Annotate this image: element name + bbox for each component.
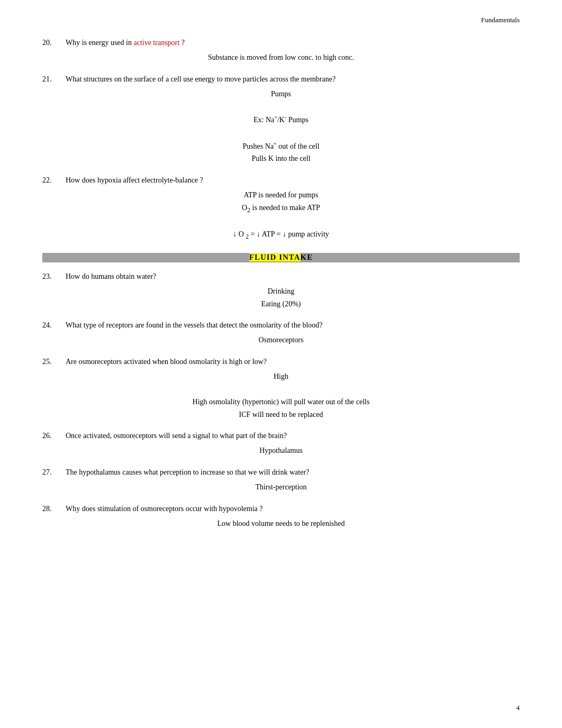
question-21-answer: Pumps Ex: Na+/K- Pumps Pushes Na+ out of… [42,88,520,165]
question-27-line: 27. The hypothalamus causes what percept… [42,467,520,478]
question-21-number: 21. [42,75,62,84]
question-20-number: 20. [42,39,62,47]
question-27: 27. The hypothalamus causes what percept… [42,467,520,494]
question-23-line: 23. How do humans obtain water? [42,271,520,282]
question-23-answer: Drinking Eating (20%) [42,285,520,311]
question-22-answer: ATP is needed for pumps O2 is needed to … [42,189,520,242]
question-28-line: 28. Why does stimulation of osmoreceptor… [42,503,520,514]
question-26: 26. Once activated, osmoreceptors will s… [42,430,520,457]
question-25: 25. Are osmoreceptors activated when blo… [42,356,520,421]
question-22-line: 22. How does hypoxia affect electrolyte-… [42,175,520,186]
question-26-text: Once activated, osmoreceptors will send … [66,430,287,441]
question-21-text: What structures on the surface of a cell… [66,74,336,85]
question-27-text: The hypothalamus causes what perception … [66,467,309,478]
page-number: 4 [516,704,520,712]
question-25-number: 25. [42,358,62,366]
page-header: Fundamentals [481,16,520,24]
question-23-text: How do humans obtain water? [66,271,156,282]
question-27-answer: Thirst-perception [42,481,520,494]
question-28-text: Why does stimulation of osmoreceptors oc… [66,503,262,514]
question-25-answer: High High osmolality (hypertonic) will p… [42,370,520,421]
question-24-text: What type of receptors are found in the … [66,320,323,331]
header-title: Fundamentals [481,16,520,24]
question-26-answer: Hypothalamus [42,444,520,457]
question-23: 23. How do humans obtain water? Drinking… [42,271,520,311]
question-28-answer: Low blood volume needs to be replenished [42,517,520,530]
question-22-text: How does hypoxia affect electrolyte-bala… [66,175,203,186]
question-24-number: 24. [42,321,62,330]
question-20-line: 20. Why is energy used in active transpo… [42,37,520,48]
question-26-number: 26. [42,432,62,440]
question-20-answer: Substance is moved from low conc. to hig… [42,51,520,64]
question-28: 28. Why does stimulation of osmoreceptor… [42,503,520,530]
question-28-number: 28. [42,505,62,513]
question-21: 21. What structures on the surface of a … [42,74,520,165]
question-20-text: Why is energy used in active transport ? [66,37,185,48]
question-21-line: 21. What structures on the surface of a … [42,74,520,85]
question-26-line: 26. Once activated, osmoreceptors will s… [42,430,520,441]
question-27-number: 27. [42,468,62,477]
question-20: 20. Why is energy used in active transpo… [42,37,520,64]
section-title-highlighted: FLUID INTA [249,253,301,261]
question-24-answer: Osmoreceptors [42,334,520,347]
question-25-text: Are osmoreceptors activated when blood o… [66,356,267,367]
active-transport-highlight: active transport [133,39,179,47]
question-23-number: 23. [42,272,62,281]
section-title: FLUID INTAKE [249,253,313,262]
question-24: 24. What type of receptors are found in … [42,320,520,347]
question-22: 22. How does hypoxia affect electrolyte-… [42,175,520,242]
section-divider: FLUID INTAKE [42,253,520,262]
question-25-line: 25. Are osmoreceptors activated when blo… [42,356,520,367]
question-22-number: 22. [42,176,62,185]
page-container: Fundamentals 20. Why is energy used in a… [0,0,562,728]
question-24-line: 24. What type of receptors are found in … [42,320,520,331]
section-title-rest: KE [301,253,313,261]
